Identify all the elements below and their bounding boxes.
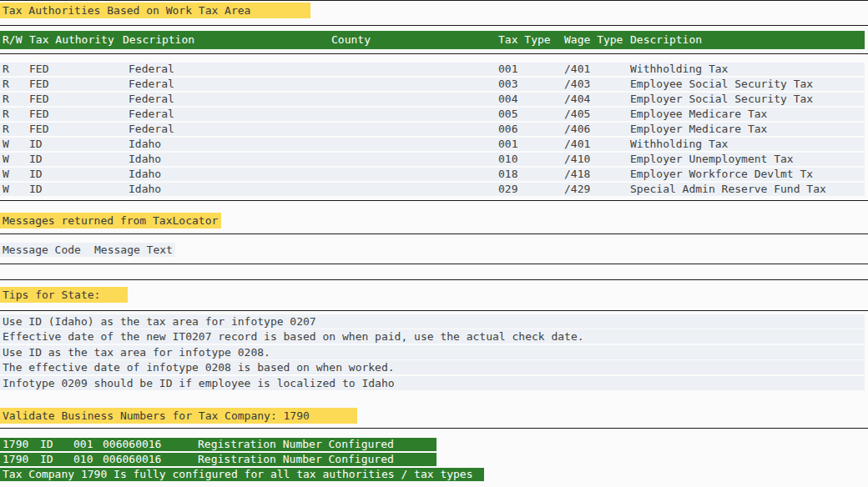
cell-description: Federal	[129, 108, 174, 121]
divider-rule	[0, 279, 868, 280]
cell-wage-type-description: Employer Workforce Devlmt Tx	[630, 168, 813, 181]
cell-tax-authority: ID	[29, 168, 43, 181]
divider-rule	[0, 264, 868, 264]
col-header-tax-authority: Tax Authority	[29, 31, 114, 49]
cell-rw: R	[3, 63, 9, 76]
cell-wage-type-description: Withholding Tax	[630, 63, 728, 76]
cell-tax-authority: FED	[29, 108, 48, 121]
cell-wage-type-description: Employer Unemployment Tax	[630, 153, 794, 166]
cell-description: Federal	[129, 63, 174, 76]
col-header-message-code: Message Code	[3, 243, 81, 257]
tip-line: Infotype 0209 should be ID if employee i…	[0, 376, 865, 390]
cell-tax-type: 003	[498, 78, 517, 91]
col-header-county: County	[331, 31, 371, 49]
col-header-tax-type: Tax Type	[498, 31, 551, 49]
cell-wage-type-description: Withholding Tax	[630, 138, 728, 151]
cell-wage-type: /401	[564, 63, 590, 76]
cell-rw: R	[3, 108, 9, 121]
divider-rule	[0, 310, 868, 311]
cell-tax-authority: ID	[29, 138, 43, 151]
col-header-message-text: Message Text	[94, 243, 173, 257]
tip-line: Use ID as the tax area for infotype 0208…	[0, 345, 865, 359]
cell-tax-type: 001	[73, 438, 93, 451]
tax-table-row: W ID Idaho 018 /418 Employer Workforce D…	[0, 168, 865, 181]
cell-registration-status: Registration Number Configured	[198, 453, 394, 466]
section-title-business-numbers: Validate Business Numbers for Tax Compan…	[0, 408, 357, 424]
cell-tax-type: 001	[498, 63, 517, 76]
section-title-tax-authorities: Tax Authorities Based on Work Tax Area	[0, 3, 310, 18]
cell-rw: W	[3, 153, 9, 166]
section-title-taxlocator-messages: Messages returned from TaxLocator	[0, 213, 221, 228]
cell-tax-authority: FED	[29, 93, 48, 106]
tax-table-row: W ID Idaho 001 /401 Withholding Tax	[0, 138, 865, 151]
cell-tax-company: 1790	[3, 453, 28, 466]
cell-tax-type: 005	[498, 108, 517, 121]
cell-wage-type: /410	[564, 153, 590, 166]
cell-tax-authority: FED	[29, 63, 48, 76]
tax-table-header-row: R/W Tax Authority Description County Tax…	[0, 31, 865, 49]
messages-header-row: Message Code Message Text	[0, 243, 175, 257]
cell-tax-authority: ID	[29, 153, 43, 166]
top-border-rule	[0, 0, 868, 1]
cell-tax-authority: ID	[29, 183, 43, 196]
cell-wage-type-description: Special Admin Reserve Fund Tax	[630, 183, 826, 196]
section-title-tips: Tips for State:	[0, 287, 128, 303]
configuration-summary-row: Tax Company 1790 Is fully configured for…	[0, 468, 484, 481]
divider-rule	[0, 25, 868, 26]
cell-registration-status: Registration Number Configured	[198, 438, 394, 451]
cell-tax-type: 010	[498, 153, 517, 166]
tax-table-row: R FED Federal 004 /404 Employer Social S…	[0, 93, 865, 106]
divider-rule	[0, 233, 868, 234]
tax-report-page: { "sections": { "tax_authorities": { "ti…	[0, 0, 868, 487]
business-number-row: 1790 ID 001 006060016 Registration Numbe…	[0, 438, 437, 451]
cell-wage-type: /406	[564, 123, 590, 136]
divider-rule	[0, 53, 868, 54]
cell-rw: R	[3, 78, 9, 91]
cell-rw: R	[3, 93, 9, 106]
cell-wage-type-description: Employee Social Security Tax	[630, 78, 813, 91]
cell-registration-number: 006060016	[103, 453, 161, 466]
tax-table-row: W ID Idaho 029 /429 Special Admin Reserv…	[0, 183, 865, 196]
cell-tax-authority: FED	[29, 123, 48, 136]
col-header-wage-type: Wage Type	[564, 31, 623, 49]
cell-tax-company: 1790	[3, 438, 28, 451]
tax-table-row: R FED Federal 003 /403 Employee Social S…	[0, 78, 865, 91]
business-number-row: 1790 ID 010 006060016 Registration Numbe…	[0, 453, 437, 466]
col-header-description: Description	[123, 31, 194, 49]
col-header-rw: R/W	[3, 31, 22, 49]
cell-tax-authority: ID	[40, 438, 53, 451]
cell-description: Idaho	[129, 138, 161, 151]
tip-line: The effective date of infotype 0208 is b…	[0, 360, 865, 374]
cell-wage-type: /401	[564, 138, 590, 151]
cell-tax-type: 018	[498, 168, 517, 181]
cell-wage-type-description: Employer Social Security Tax	[630, 93, 813, 106]
divider-rule	[0, 428, 868, 429]
tax-table-row: R FED Federal 005 /405 Employee Medicare…	[0, 108, 865, 121]
cell-tax-type: 010	[73, 453, 93, 466]
cell-tax-authority: FED	[29, 78, 48, 91]
cell-description: Federal	[129, 78, 174, 91]
cell-wage-type: /403	[564, 78, 590, 91]
cell-rw: W	[3, 138, 9, 151]
cell-tax-type: 004	[498, 93, 517, 106]
cell-description: Federal	[129, 123, 174, 136]
cell-rw: R	[3, 123, 9, 136]
cell-wage-type: /405	[564, 108, 590, 121]
cell-tax-type: 006	[498, 123, 517, 136]
tax-table-row: R FED Federal 001 /401 Withholding Tax	[0, 63, 865, 76]
cell-rw: W	[3, 168, 9, 181]
cell-wage-type-description: Employee Medicare Tax	[630, 108, 767, 121]
cell-wage-type: /429	[564, 183, 590, 196]
cell-description: Idaho	[129, 153, 161, 166]
tip-line: Effective date of the new IT0207 record …	[0, 329, 865, 344]
cell-description: Idaho	[129, 183, 161, 196]
tax-table-row: R FED Federal 006 /406 Employer Medicare…	[0, 123, 865, 136]
cell-tax-type: 029	[498, 183, 517, 196]
cell-rw: W	[3, 183, 9, 196]
divider-rule	[0, 200, 868, 201]
cell-registration-number: 006060016	[103, 438, 161, 451]
cell-description: Idaho	[129, 168, 161, 181]
tip-line: Use ID (Idaho) as the tax area for infot…	[0, 314, 865, 329]
cell-wage-type: /418	[564, 168, 590, 181]
tax-table-row: W ID Idaho 010 /410 Employer Unemploymen…	[0, 153, 865, 166]
